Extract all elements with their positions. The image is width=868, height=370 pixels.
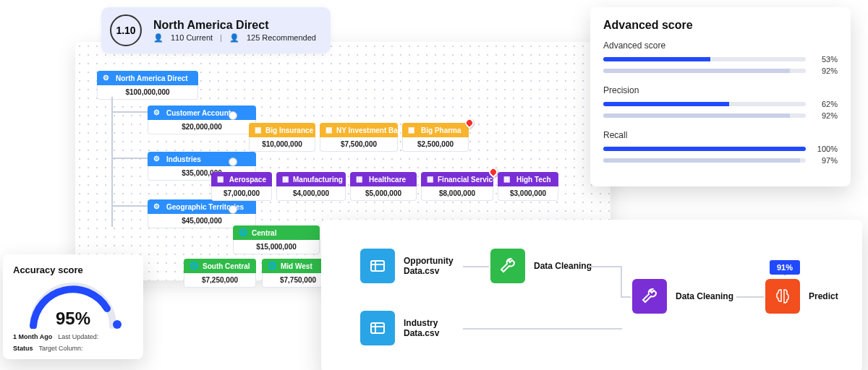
node-aerospace[interactable]: ▦Aerospace $7,000,000 — [211, 172, 272, 201]
separator: | — [220, 33, 222, 42]
wrench-icon — [490, 249, 525, 283]
pipeline-node-industry-csv[interactable]: Industry Data.csv — [360, 311, 469, 345]
node-high-tech[interactable]: ▦High Tech $3,000,000 — [498, 172, 558, 201]
node-central[interactable]: 🌐Central $15,000,000 — [233, 225, 320, 254]
accuracy-title: Accuracy score — [13, 264, 133, 275]
pipeline-node-predict[interactable]: Predict — [765, 279, 838, 314]
pipeline-node-opportunity-csv[interactable]: Opportunity Data.csv — [360, 249, 469, 283]
accuracy-row2-val: Target Column: — [39, 345, 83, 352]
wrench-icon — [632, 279, 667, 314]
brain-icon — [765, 279, 800, 314]
calendar-icon: ▦ — [217, 175, 225, 184]
calendar-icon: ▦ — [503, 175, 512, 184]
calendar-icon: ▦ — [356, 175, 365, 184]
metric-precision: Precision 62% 92% — [603, 85, 838, 120]
person-icon: 👤 — [229, 33, 239, 43]
accuracy-row2-key: Status — [13, 345, 33, 352]
node-healthcare[interactable]: ▦Healthcare $5,000,000 — [350, 172, 417, 201]
globe-icon: 🌐 — [268, 262, 276, 270]
calendar-icon: ▦ — [282, 175, 289, 184]
metric-recall: Recall 100% 97% — [603, 130, 838, 165]
current-count: 110 Current — [171, 33, 213, 42]
node-big-insurance[interactable]: ▦Big Insurance $10,000,000 — [249, 123, 315, 152]
version-badge: 1.10 — [110, 14, 142, 46]
table-icon — [360, 311, 395, 345]
globe-icon: 🌐 — [239, 228, 247, 237]
calendar-icon: ▦ — [408, 126, 417, 134]
globe-icon: 🌐 — [190, 262, 198, 270]
pipeline-node-clean2[interactable]: Data Cleaning — [632, 279, 733, 314]
accuracy-percent: 95% — [26, 309, 120, 329]
svg-rect-0 — [371, 261, 384, 271]
node-geographic-territories[interactable]: ⚙Geographic Territories $45,000,000 — [148, 199, 256, 228]
collapse-toggle[interactable] — [229, 158, 237, 166]
calendar-icon: ▦ — [427, 175, 433, 184]
calendar-icon: ▦ — [255, 126, 261, 134]
pipeline-card: Opportunity Data.csv Industry Data.csv D… — [321, 220, 862, 370]
node-customer-accounts[interactable]: ⚙Customer Accounts $20,000,000 — [148, 106, 256, 134]
collapse-toggle[interactable] — [229, 205, 237, 214]
gauge-dot — [113, 320, 122, 329]
gear-icon: ⚙ — [153, 155, 162, 163]
root-node[interactable]: ⚙North America Direct $100,000,000 — [97, 71, 198, 100]
metric-advanced-score: Advanced score 53% 92% — [603, 40, 838, 75]
gauge: 95% — [26, 280, 120, 329]
accuracy-card: Accuracy score 95% 1 Month AgoLast Updat… — [3, 254, 143, 359]
advanced-score-card: Advanced score Advanced score 53% 92% Pr… — [590, 7, 851, 186]
person-icon: 👤 — [153, 33, 163, 43]
node-ny-investment-banks[interactable]: ▦NY Investment Banks $7,500,000 — [320, 123, 398, 152]
node-big-pharma[interactable]: ▦Big Pharma $2,500,000 — [402, 123, 469, 152]
gear-icon: ⚙ — [153, 202, 162, 211]
accuracy-row1-val: Last Updated: — [58, 333, 98, 340]
accuracy-row1-key: 1 Month Ago — [13, 333, 52, 340]
gear-icon: ⚙ — [103, 74, 111, 82]
node-south-central[interactable]: 🌐South Central $7,250,000 — [184, 259, 256, 288]
calendar-icon: ▦ — [326, 126, 332, 134]
recommended-count: 125 Recommended — [247, 33, 316, 42]
predict-badge: 91% — [770, 260, 800, 275]
gear-icon: ⚙ — [153, 108, 162, 117]
svg-rect-3 — [371, 323, 384, 333]
table-icon — [360, 249, 395, 283]
node-manufacturing[interactable]: ▦Manufacturing $4,000,000 — [276, 172, 346, 201]
collapse-toggle[interactable] — [229, 111, 237, 120]
header-text: North America Direct 👤 110 Current | 👤 1… — [153, 19, 316, 43]
pipeline-node-clean1[interactable]: Data Cleaning — [490, 249, 592, 283]
advanced-title: Advanced score — [603, 19, 838, 32]
header-card: 1.10 North America Direct 👤 110 Current … — [101, 7, 331, 53]
node-financial-services[interactable]: ▦Financial Services $8,000,000 — [421, 172, 493, 201]
header-title: North America Direct — [153, 19, 316, 32]
